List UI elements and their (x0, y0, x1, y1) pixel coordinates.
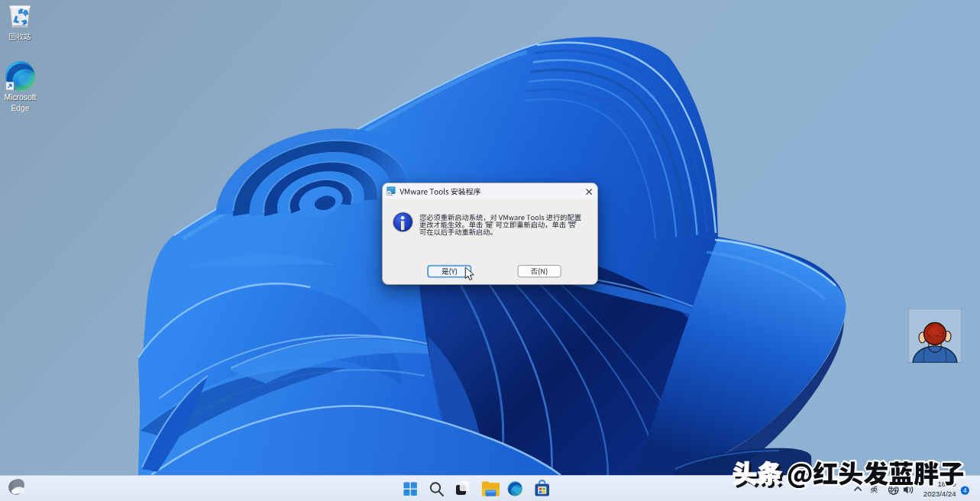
svg-text:Edge: Edge (11, 104, 29, 112)
svg-text:Microsoft: Microsoft (5, 93, 37, 102)
